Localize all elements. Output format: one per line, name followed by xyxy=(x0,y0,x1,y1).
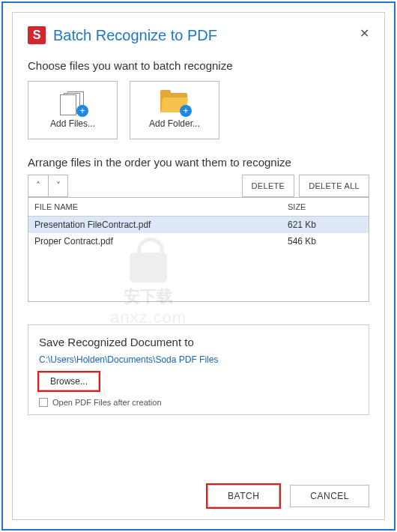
batch-button[interactable]: BATCH xyxy=(207,485,279,507)
delete-all-button[interactable]: DELETE ALL xyxy=(299,175,369,197)
file-size-cell: 546 Kb xyxy=(288,236,363,247)
plus-badge-icon: + xyxy=(180,105,192,117)
file-size-cell: 621 Kb xyxy=(288,220,363,230)
plus-badge-icon: + xyxy=(76,105,88,117)
table-row[interactable]: Presentation FileContract.pdf 621 Kb xyxy=(28,217,369,233)
delete-button[interactable]: DELETE xyxy=(242,175,295,197)
app-logo: S xyxy=(28,26,46,44)
arrange-label: Arrange files in the order you want them… xyxy=(28,156,369,169)
chevron-down-icon: ˅ xyxy=(56,181,61,191)
chevron-up-icon: ˄ xyxy=(36,181,40,191)
add-folder-button[interactable]: + Add Folder... xyxy=(130,81,219,139)
table-row[interactable]: Proper Contract.pdf 546 Kb xyxy=(28,233,369,250)
save-to-label: Save Recognized Document to xyxy=(39,336,358,348)
choose-files-label: Choose files you want to batch recognize xyxy=(28,59,369,72)
add-files-button[interactable]: + Add Files... xyxy=(28,81,118,139)
col-header-size[interactable]: SIZE xyxy=(288,202,363,211)
open-after-label: Open PDF Files after creation xyxy=(52,398,162,407)
open-after-checkbox[interactable] xyxy=(39,398,48,407)
add-folder-label: Add Folder... xyxy=(149,118,200,129)
cancel-button[interactable]: CANCEL xyxy=(290,485,369,507)
save-path: C:\Users\Holden\Documents\Soda PDF Files xyxy=(39,354,358,365)
close-icon[interactable]: ✕ xyxy=(360,26,369,40)
move-down-button[interactable]: ˅ xyxy=(48,175,67,196)
add-files-label: Add Files... xyxy=(50,118,95,129)
file-name-cell: Proper Contract.pdf xyxy=(34,236,288,247)
folder-icon: + xyxy=(160,91,189,114)
move-up-button[interactable]: ˄ xyxy=(28,175,48,196)
col-header-filename[interactable]: FILE NAME xyxy=(34,202,288,211)
file-name-cell: Presentation FileContract.pdf xyxy=(34,220,288,230)
files-icon: + xyxy=(60,91,85,114)
browse-button[interactable]: Browse... xyxy=(39,372,99,390)
files-table: FILE NAME SIZE Presentation FileContract… xyxy=(28,197,369,302)
dialog-title: Batch Recognize to PDF xyxy=(53,27,217,44)
